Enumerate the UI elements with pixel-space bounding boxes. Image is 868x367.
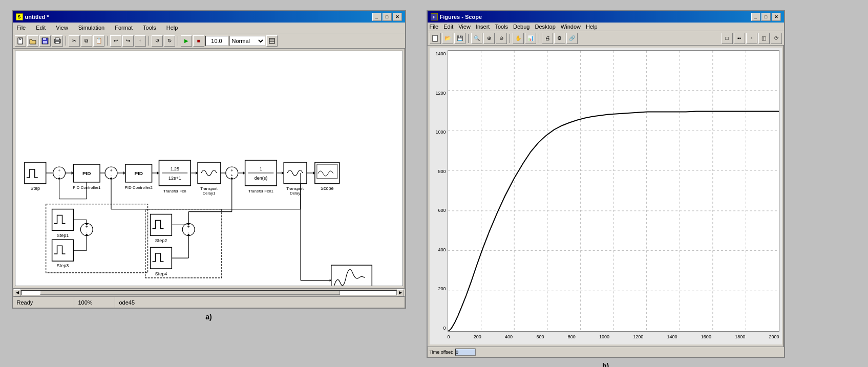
sim-time-input[interactable] [205,36,228,46]
scope-titlebar-buttons: _ □ ✕ [751,13,781,21]
simulink-icon: S [16,13,23,20]
simulink-statusbar: Ready 100% ode45 [13,296,405,308]
scroll-left[interactable]: ◀ [14,289,21,296]
scope-zoomout-btn[interactable]: ⊖ [496,33,507,44]
simulink-menubar: File Edit View Simulation Format Tools H… [13,23,405,33]
new-button[interactable] [15,35,26,47]
scope-menu-window[interactable]: Window [561,24,581,30]
scope-zoom-btn[interactable]: 🔍 [471,33,482,44]
scope-zoomin-btn[interactable]: ⊕ [483,33,495,44]
copy-button[interactable]: ⧉ [81,35,92,47]
scope-new-btn[interactable] [430,33,441,44]
scope-sep1 [468,34,469,43]
scope-menu-insert[interactable]: Insert [476,24,490,30]
close-button[interactable]: ✕ [393,13,402,21]
scope-menu-tools[interactable]: Tools [495,24,508,30]
scope-close-button[interactable]: ✕ [772,13,781,21]
scope-layout3-btn[interactable]: ▫ [746,33,757,44]
stop-button[interactable]: ■ [193,35,204,47]
menu-view[interactable]: View [54,24,70,32]
scope-menu-debug[interactable]: Debug [513,24,530,30]
y-label-200: 200 [438,286,446,291]
x-label-400: 400 [505,334,513,339]
menu-format[interactable]: Format [113,24,135,32]
paste-button[interactable]: 📋 [93,35,104,47]
scope-minimize-button[interactable]: _ [751,13,760,21]
simulink-canvas: Step + - PID PID Controller1 [15,51,403,286]
scope-maximize-button[interactable]: □ [761,13,771,21]
minimize-button[interactable]: _ [372,13,382,21]
scope-layout2-btn[interactable]: ▪▪ [734,33,745,44]
scope-menu-edit[interactable]: Edit [443,24,453,30]
menu-help[interactable]: Help [164,24,180,32]
svg-text:+: + [57,168,60,173]
svg-text:Step4: Step4 [155,271,166,276]
scope-menu-file[interactable]: File [430,24,439,30]
svg-text:Transfer Fcn: Transfer Fcn [163,189,186,193]
undo-button[interactable]: ↩ [110,35,121,47]
scope-pan-btn[interactable]: ✋ [513,33,524,44]
scope-menu-desktop[interactable]: Desktop [535,24,555,30]
scope-menu-help[interactable]: Help [586,24,598,30]
menu-tools[interactable]: Tools [141,24,158,32]
x-label-800: 800 [568,334,576,339]
sim-mode-select[interactable]: Normal Accelerator [229,36,265,46]
menu-simulation[interactable]: Simulation [76,24,107,32]
horizontal-scrollbar[interactable]: ◀ ▶ [13,288,405,296]
label-a: a) [12,313,406,321]
play-button[interactable]: ▶ [181,35,192,47]
svg-text:1.25: 1.25 [170,166,179,171]
svg-text:Step1: Step1 [56,233,68,238]
separator-3 [149,36,149,46]
svg-text:Step: Step [30,186,39,191]
cut-button[interactable]: ✂ [69,35,80,47]
scope-frame: F Figures - Scope _ □ ✕ File Edit View I… [427,10,785,358]
scope-layout5-btn[interactable]: ⟳ [771,33,782,44]
separator-4 [178,36,178,46]
status-ready: Ready [13,297,74,308]
svg-text:Scope: Scope [321,186,333,191]
scope-titlebar: F Figures - Scope _ □ ✕ [428,11,784,23]
maximize-button[interactable]: □ [383,13,392,21]
scope-statusbar: Time offset: [428,347,784,357]
save-button[interactable] [39,35,51,47]
open-button[interactable] [27,35,38,47]
svg-text:Transport: Transport [286,186,304,191]
scope-config-btn[interactable]: ⚙ [554,33,565,44]
x-label-1400: 1400 [667,334,678,339]
print-button[interactable] [52,35,63,47]
scope-layout4-btn[interactable]: ◫ [758,33,770,44]
scope-plot-area: 1400 1200 1000 800 600 400 200 0 [430,48,782,344]
separator-2 [107,36,108,46]
y-label-0: 0 [443,326,446,331]
menu-edit[interactable]: Edit [34,24,48,32]
svg-text:Transfer Fcn1: Transfer Fcn1 [248,189,273,193]
scope-open-btn[interactable]: 📂 [442,33,453,44]
status-solver: ode45 [115,297,405,308]
up-button[interactable]: ↑ [135,35,146,47]
x-label-1000: 1000 [599,334,609,339]
undo2-button[interactable]: ↺ [152,35,163,47]
scope-link-btn[interactable]: 🔗 [566,33,578,44]
redo2-button[interactable]: ↻ [164,35,175,47]
scroll-thumb[interactable] [40,291,340,295]
menu-file[interactable]: File [15,24,28,32]
debug-button[interactable] [266,35,278,47]
titlebar-buttons: _ □ ✕ [372,13,402,21]
x-label-1200: 1200 [633,334,643,339]
scope-menu-view[interactable]: View [458,24,471,30]
scope-title: Figures - Scope [440,14,482,20]
svg-text:+: + [110,168,112,173]
scope-layout1-btn[interactable]: □ [722,33,733,44]
scope-data-btn[interactable]: 📊 [525,33,536,44]
scroll-right[interactable]: ▶ [397,289,404,296]
simulink-titlebar: S untitled * _ □ ✕ [13,11,405,23]
svg-rect-8 [55,38,59,40]
time-offset-input[interactable] [455,349,476,356]
scroll-track[interactable] [21,290,397,295]
scope-print-btn[interactable]: 🖨 [542,33,553,44]
x-label-2000: 2000 [769,334,779,339]
scope-save-btn[interactable]: 💾 [454,33,465,44]
label-b: b) [427,362,785,367]
redo-button[interactable]: ↪ [122,35,134,47]
